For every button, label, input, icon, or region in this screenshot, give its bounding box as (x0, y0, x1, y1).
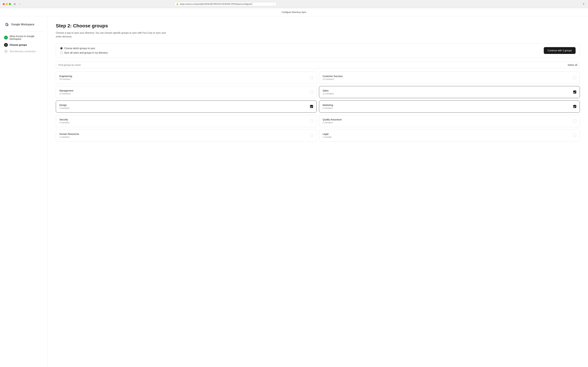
group-info-design: Design4 members (59, 104, 70, 109)
group-name-security: Security (59, 118, 70, 121)
group-name-legal: Legal (323, 133, 332, 135)
main-content: Step 2: Choose groups Choose a way to sy… (48, 16, 588, 367)
step-1-indicator: ✓ (4, 36, 8, 40)
address-bar[interactable]: 🔒 setup.workos.com/portal/01HKWJ6Z75RXC6… (174, 2, 277, 6)
group-name-sales: Sales (323, 89, 334, 92)
brand-name: Google Workspace (11, 23, 34, 26)
group-info-sales: Sales12 members (323, 89, 334, 95)
group-checkbox-human-resources[interactable] (310, 134, 313, 137)
sidebar-step-3: 3 Test directory connection (4, 50, 43, 53)
group-checkbox-management[interactable] (310, 91, 313, 93)
group-members-human-resources: 2 members (59, 136, 79, 138)
group-checkbox-security[interactable] (310, 119, 313, 122)
group-card-sales[interactable]: Sales12 members (319, 86, 580, 98)
browser-chrome: ⊟ ‹ 🔒 setup.workos.com/portal/01HKWJ6Z75… (0, 0, 588, 8)
group-name-customer-success: Customer Success (323, 75, 343, 77)
search-row: Select all (56, 62, 580, 68)
group-checkbox-sales[interactable] (573, 91, 576, 93)
address-text: setup.workos.com/portal/01HKWJ6Z75RXC6JY… (180, 3, 252, 5)
group-checkbox-quality-assurance[interactable] (573, 119, 576, 122)
sidebar-step-2[interactable]: 2 Choose groups (4, 43, 43, 47)
group-info-legal: Legal1 member (323, 133, 332, 138)
sync-all-option[interactable]: Sync all users and groups in my director… (60, 51, 108, 54)
group-name-engineering: Engineering (59, 75, 72, 77)
sync-all-label: Sync all users and groups in my director… (64, 51, 108, 54)
group-name-quality-assurance: Quality Assurance (323, 118, 342, 121)
page-heading: Step 2: Choose groups (56, 23, 580, 29)
group-members-legal: 1 member (323, 136, 332, 138)
sidebar-divider (4, 31, 43, 32)
choose-groups-label: Choose which groups to sync (64, 47, 95, 50)
group-info-customer-success: Customer Success15 members (323, 75, 343, 80)
group-members-engineering: 28 members (59, 78, 72, 80)
group-card-management[interactable]: Management12 members (56, 86, 317, 98)
group-card-engineering[interactable]: Engineering28 members (56, 72, 317, 84)
group-info-management: Management12 members (59, 89, 73, 95)
group-name-management: Management (59, 89, 73, 92)
group-name-design: Design (59, 104, 70, 107)
group-members-quality-assurance: 2 members (323, 121, 342, 124)
step-3-indicator: 3 (4, 50, 8, 53)
sidebar-steps: ✓ Allow Access to Google Workspace 2 Cho… (4, 35, 43, 53)
group-info-human-resources: Human Resources2 members (59, 133, 79, 138)
group-card-quality-assurance[interactable]: Quality Assurance2 members (319, 115, 580, 127)
group-info-engineering: Engineering28 members (59, 75, 72, 80)
main-layout: Google Workspace ✓ Allow Access to Googl… (0, 16, 588, 367)
google-logo-icon (4, 22, 9, 27)
more-options-icon[interactable]: ⋯ (273, 3, 275, 5)
maximize-button[interactable] (9, 3, 11, 5)
page-title-bar: Configure Directory Sync (0, 8, 588, 16)
group-card-design[interactable]: Design4 members (56, 100, 317, 113)
select-all-button[interactable]: Select all (568, 64, 577, 66)
group-checkbox-marketing[interactable] (573, 105, 576, 108)
close-button[interactable] (3, 3, 5, 5)
group-members-design: 4 members (59, 107, 70, 109)
group-members-security: 3 members (59, 121, 70, 124)
group-checkbox-legal[interactable] (573, 134, 576, 137)
group-members-customer-success: 15 members (323, 78, 343, 80)
choose-groups-option[interactable]: Choose which groups to sync (60, 47, 108, 50)
group-members-management: 12 members (59, 92, 73, 95)
group-name-marketing: Marketing (323, 104, 333, 107)
lock-icon: 🔒 (176, 3, 179, 5)
choose-groups-radio[interactable] (60, 47, 63, 50)
sync-all-radio[interactable] (60, 51, 63, 54)
groups-grid: Engineering28 membersCustomer Success15 … (56, 72, 580, 142)
group-members-sales: 12 members (323, 92, 334, 95)
group-name-human-resources: Human Resources (59, 133, 79, 135)
group-card-legal[interactable]: Legal1 member (319, 129, 580, 142)
group-card-customer-success[interactable]: Customer Success15 members (319, 72, 580, 84)
sidebar: Google Workspace ✓ Allow Access to Googl… (0, 16, 48, 367)
sync-radio-group: Choose which groups to sync Sync all use… (60, 47, 108, 54)
page-description: Choose a way to sync your directory. You… (56, 31, 171, 39)
page-title: Configure Directory Sync (282, 11, 306, 13)
step-2-indicator: 2 (4, 43, 8, 47)
group-info-marketing: Marketing4 members (323, 104, 333, 109)
new-tab-button[interactable]: + (582, 2, 585, 6)
group-members-marketing: 4 members (323, 107, 333, 109)
group-checkbox-design[interactable] (310, 105, 313, 108)
traffic-lights (3, 3, 11, 5)
sidebar-brand: Google Workspace (4, 22, 43, 27)
group-checkbox-engineering[interactable] (310, 76, 313, 79)
group-info-quality-assurance: Quality Assurance2 members (323, 118, 342, 124)
sidebar-step-1[interactable]: ✓ Allow Access to Google Workspace (4, 35, 43, 40)
group-info-security: Security3 members (59, 118, 70, 124)
group-card-security[interactable]: Security3 members (56, 115, 317, 127)
step-2-label: Choose groups (9, 43, 27, 46)
back-button[interactable]: ‹ (18, 2, 21, 6)
search-input[interactable] (58, 64, 568, 66)
step-3-label: Test directory connection (9, 50, 36, 53)
continue-button[interactable]: Continue with 3 groups (544, 47, 576, 54)
sidebar-toggle-button[interactable]: ⊟ (13, 2, 17, 6)
group-card-marketing[interactable]: Marketing4 members (319, 100, 580, 113)
group-checkbox-customer-success[interactable] (573, 76, 576, 79)
group-card-human-resources[interactable]: Human Resources2 members (56, 129, 317, 142)
minimize-button[interactable] (6, 3, 8, 5)
sync-options-panel: Choose which groups to sync Sync all use… (56, 43, 580, 58)
step-1-label: Allow Access to Google Workspace (9, 35, 43, 40)
